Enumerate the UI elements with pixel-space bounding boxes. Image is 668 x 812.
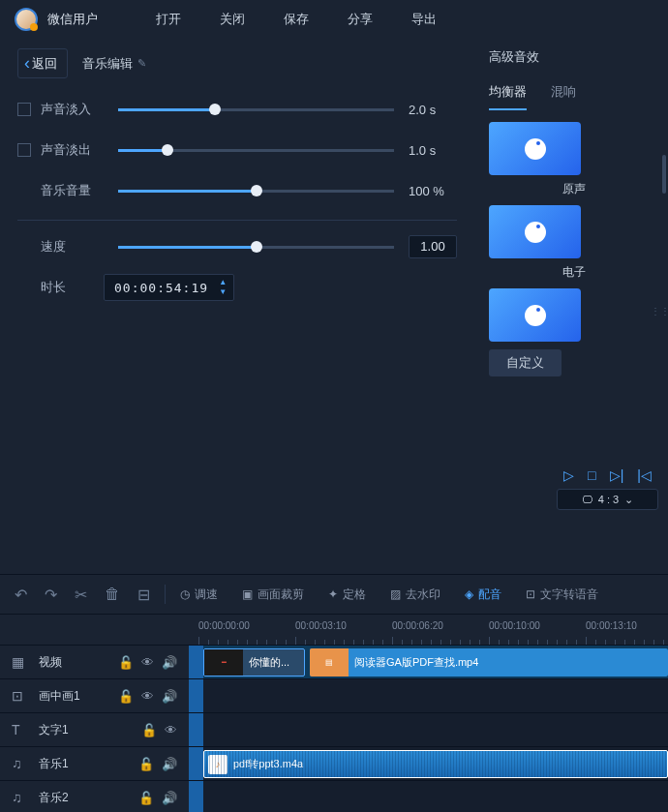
tts-icon: ⊡ xyxy=(526,587,535,601)
menu-export[interactable]: 导出 xyxy=(411,11,437,28)
tool-tts[interactable]: ⊡文字转语音 xyxy=(526,586,598,603)
panel-title: 音乐编辑 xyxy=(82,55,133,73)
fade-out-row: 声音淡出 1.0 s xyxy=(17,138,457,162)
app-header: 微信用户 打开 关闭 保存 分享 导出 xyxy=(0,0,668,39)
duration-up-icon[interactable]: ▲ xyxy=(216,278,229,287)
eye-icon[interactable]: 👁 xyxy=(141,655,154,670)
speed-label: 速度 xyxy=(41,238,104,256)
split-icon[interactable]: ⊟ xyxy=(137,586,150,604)
track-name: 音乐2 xyxy=(39,790,131,806)
duration-down-icon[interactable]: ▼ xyxy=(216,287,229,297)
chevron-down-icon: ⌄ xyxy=(624,494,633,506)
edit-icon[interactable]: ✎ xyxy=(137,57,146,70)
video-lane[interactable]: ━ 你懂的... ▤ 阅读器GA版PDF查找.mp4 xyxy=(189,646,668,679)
user-avatar[interactable] xyxy=(15,8,38,31)
ruler-mark: 00:00:00:00 xyxy=(198,620,250,631)
divider xyxy=(17,220,457,221)
menu-share[interactable]: 分享 xyxy=(348,11,373,28)
track-header[interactable]: ♫ 音乐1 🔓 🔊 xyxy=(0,747,189,781)
music-icon: ♫ xyxy=(12,756,29,771)
duration-input[interactable]: 00:00:54:19 ▲ ▼ xyxy=(104,274,234,301)
lock-icon[interactable]: 🔓 xyxy=(141,723,157,737)
prev-icon[interactable]: ▷| xyxy=(610,467,624,483)
lock-icon[interactable]: 🔓 xyxy=(118,689,134,704)
lock-icon[interactable]: 🔓 xyxy=(138,757,154,771)
edit-toolbar: ↶ ↷ ✂ 🗑 ⊟ ◷调速 ▣画面裁剪 ✦定格 ▨去水印 ◈配音 ⊡文字转语音 xyxy=(0,574,668,615)
resize-handle-icon[interactable]: ⋮⋮ xyxy=(651,310,668,314)
duration-row: 时长 00:00:54:19 ▲ ▼ xyxy=(17,276,457,299)
tool-speed[interactable]: ◷调速 xyxy=(180,586,218,603)
next-icon[interactable]: |◁ xyxy=(637,467,652,483)
eye-icon[interactable]: 👁 xyxy=(141,689,154,704)
music1-lane[interactable]: ♪ pdf转ppt3.m4a xyxy=(189,747,668,781)
fade-out-checkbox[interactable] xyxy=(17,143,31,157)
tool-freeze[interactable]: ✦定格 xyxy=(328,586,366,603)
track-header[interactable]: T 文字1 🔓 👁 xyxy=(0,713,189,747)
fade-out-label: 声音淡出 xyxy=(41,141,104,159)
sound-icon[interactable]: 🔊 xyxy=(162,791,177,805)
eye-icon[interactable]: 👁 xyxy=(165,723,177,737)
effects-panel: 高级音效 均衡器 混响 原声 电子 自定义 ⋮⋮ xyxy=(474,39,668,518)
pip-icon: ⊡ xyxy=(12,688,29,704)
timeline: ▦ 视频 🔓 👁 🔊 ⊡ 画中画1 🔓 👁 🔊 T 文字1 🔓 👁 ♫ 音乐1 … xyxy=(0,615,668,812)
cut-icon[interactable]: ✂ xyxy=(75,586,87,604)
preset-original[interactable]: 原声 xyxy=(489,122,658,197)
fade-in-label: 声音淡入 xyxy=(41,101,104,118)
aspect-ratio-select[interactable]: 🖵 4 : 3 ⌄ xyxy=(557,489,658,510)
stop-icon[interactable]: □ xyxy=(588,467,595,483)
preset-item[interactable] xyxy=(489,288,658,342)
video-clip-2[interactable]: ▤ 阅读器GA版PDF查找.mp4 xyxy=(310,648,668,677)
effects-title: 高级音效 xyxy=(489,48,658,66)
play-icon[interactable]: ▷ xyxy=(563,467,574,483)
tool-watermark[interactable]: ▨去水印 xyxy=(390,586,440,603)
lock-icon[interactable]: 🔓 xyxy=(138,791,154,805)
fade-out-slider[interactable] xyxy=(118,149,394,152)
menu-open[interactable]: 打开 xyxy=(156,11,181,28)
watermark-icon: ▨ xyxy=(390,587,401,601)
monitor-icon: 🖵 xyxy=(582,494,592,505)
back-button[interactable]: 返回 xyxy=(17,48,68,78)
text-icon: T xyxy=(12,722,29,737)
lock-icon[interactable]: 🔓 xyxy=(118,655,134,670)
sound-icon[interactable]: 🔊 xyxy=(162,757,177,771)
tool-crop[interactable]: ▣画面裁剪 xyxy=(242,586,304,603)
custom-button[interactable]: 自定义 xyxy=(489,349,562,376)
main-menu: 打开 关闭 保存 分享 导出 xyxy=(156,11,437,28)
scrollbar[interactable] xyxy=(662,155,666,194)
track-header[interactable]: ▦ 视频 🔓 👁 🔊 xyxy=(0,646,189,679)
sound-icon[interactable]: 🔊 xyxy=(162,689,177,704)
volume-slider[interactable] xyxy=(118,190,394,193)
track-header[interactable]: ⊡ 画中画1 🔓 👁 🔊 xyxy=(0,679,189,713)
tool-dub[interactable]: ◈配音 xyxy=(465,586,501,603)
fade-in-row: 声音淡入 2.0 s xyxy=(17,98,457,121)
pip-lane[interactable] xyxy=(189,679,668,713)
fade-out-value: 1.0 s xyxy=(409,143,457,158)
film-icon: ▦ xyxy=(12,654,29,670)
tab-reverb[interactable]: 混响 xyxy=(551,83,576,110)
fade-in-checkbox[interactable] xyxy=(17,103,31,116)
tab-equalizer[interactable]: 均衡器 xyxy=(489,83,527,110)
menu-close[interactable]: 关闭 xyxy=(220,11,245,28)
sound-icon[interactable]: 🔊 xyxy=(162,655,177,670)
audio-clip[interactable]: ♪ pdf转ppt3.m4a xyxy=(203,750,668,778)
fade-in-slider[interactable] xyxy=(118,108,394,111)
ruler-mark: 00:00:10:00 xyxy=(489,620,540,631)
speed-slider[interactable] xyxy=(118,246,394,249)
time-ruler[interactable]: 00:00:00:0000:00:03:1000:00:06:2000:00:1… xyxy=(189,615,668,646)
speed-row: 速度 1.00 xyxy=(17,235,457,258)
speed-value[interactable]: 1.00 xyxy=(409,235,457,258)
redo-icon[interactable]: ↷ xyxy=(45,586,57,604)
crop-icon: ▣ xyxy=(242,587,253,601)
text-lane[interactable] xyxy=(189,713,668,747)
preset-electronic[interactable]: 电子 xyxy=(489,205,658,281)
timeline-content[interactable]: 00:00:00:0000:00:03:1000:00:06:2000:00:1… xyxy=(189,615,668,812)
ruler-mark: 00:00:13:10 xyxy=(586,620,637,631)
track-name: 画中画1 xyxy=(39,688,110,705)
video-clip-1[interactable]: ━ 你懂的... xyxy=(203,648,305,677)
track-header[interactable]: ♫ 音乐2 🔓 🔊 xyxy=(0,781,189,812)
delete-icon[interactable]: 🗑 xyxy=(105,586,120,603)
music2-lane[interactable] xyxy=(189,781,668,812)
menu-save[interactable]: 保存 xyxy=(284,11,309,28)
undo-icon[interactable]: ↶ xyxy=(15,586,27,604)
username: 微信用户 xyxy=(47,11,98,28)
